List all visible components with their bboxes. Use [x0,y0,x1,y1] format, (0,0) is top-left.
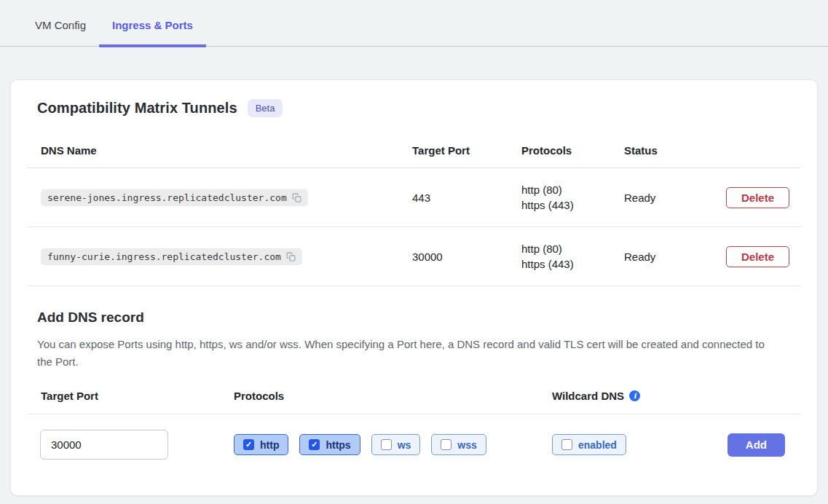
form-header-target-port: Target Port [27,390,234,402]
copy-icon[interactable] [292,193,301,202]
table-row: serene-jones.ingress.replicatedcluster.c… [27,168,801,227]
protocol-checkbox-wss[interactable]: wss [431,434,486,455]
tunnels-table: DNS Name Target Port Protocols Status se… [27,133,801,286]
dns-name-cell: serene-jones.ingress.replicatedcluster.c… [27,189,398,206]
target-port-cell: 443 [398,192,508,204]
protocol-label: ws [398,439,411,451]
form-header-protocols: Protocols [234,390,552,402]
protocol-line: https (443) [521,197,610,213]
checkbox-icon [561,439,572,450]
protocol-line: http (80) [521,182,610,197]
tab-vm-config[interactable]: VM Config [22,16,99,46]
protocol-line: http (80) [521,241,610,256]
header-status: Status [610,133,712,168]
card-title: Compatibility Matrix Tunnels [37,100,237,117]
header-dns-name: DNS Name [27,133,398,168]
add-dns-form-row: http https ws wss enabled [27,430,801,460]
protocols-cell: http (80) https (443) [508,241,610,272]
dns-name-pill: serene-jones.ingress.replicatedcluster.c… [41,189,308,206]
form-header-wildcard-dns: Wildcard DNS i [552,390,801,402]
header-actions [712,140,801,162]
table-header-row: DNS Name Target Port Protocols Status [27,133,801,168]
status-cell: Ready [610,192,712,204]
dns-name-pill: funny-curie.ingress.replicatedcluster.co… [41,248,302,265]
target-port-input[interactable] [40,430,168,460]
dns-name-text: funny-curie.ingress.replicatedcluster.co… [47,251,281,262]
card-title-row: Compatibility Matrix Tunnels Beta [27,99,801,117]
protocol-checkbox-ws[interactable]: ws [371,434,421,455]
protocol-label: wss [457,439,476,451]
info-icon[interactable]: i [629,390,640,401]
header-protocols: Protocols [508,133,610,168]
checkbox-icon [243,439,254,450]
actions-cell: Delete [712,246,805,267]
target-port-cell: 30000 [398,251,508,263]
protocol-checkbox-https[interactable]: https [299,434,360,455]
wildcard-and-submit-cell: enabled Add [552,433,801,457]
copy-icon[interactable] [286,252,296,261]
tab-bar: VM Config Ingress & Ports [0,0,828,47]
protocol-label: https [326,439,350,451]
dns-name-text: serene-jones.ingress.replicatedcluster.c… [47,192,287,203]
tab-ingress-ports[interactable]: Ingress & Ports [99,16,206,47]
tunnels-card: Compatibility Matrix Tunnels Beta DNS Na… [10,79,818,496]
protocol-line: https (443) [521,256,610,272]
actions-cell: Delete [712,187,805,208]
checkbox-icon [441,439,452,450]
delete-button[interactable]: Delete [726,246,789,267]
add-dns-description: You can expose Ports using http, https, … [27,336,766,371]
delete-button[interactable]: Delete [726,187,789,208]
add-dns-form-headers: Target Port Protocols Wildcard DNS i [27,390,801,414]
table-row: funny-curie.ingress.replicatedcluster.co… [27,227,801,286]
wildcard-enabled-checkbox[interactable]: enabled [552,434,626,455]
beta-badge: Beta [248,99,283,117]
add-dns-title: Add DNS record [27,310,801,326]
checkbox-icon [309,439,320,450]
protocol-label: http [260,439,279,451]
header-target-port: Target Port [398,133,508,168]
target-port-field-cell [27,430,234,460]
wildcard-dns-label: Wildcard DNS [552,390,624,402]
protocol-checkbox-http[interactable]: http [234,434,288,455]
checkbox-icon [381,439,392,450]
protocols-group: http https ws wss [234,434,552,455]
wildcard-enabled-label: enabled [578,439,617,451]
add-button[interactable]: Add [728,433,785,457]
status-cell: Ready [610,251,712,263]
dns-name-cell: funny-curie.ingress.replicatedcluster.co… [27,248,398,265]
protocols-cell: http (80) https (443) [508,182,610,213]
